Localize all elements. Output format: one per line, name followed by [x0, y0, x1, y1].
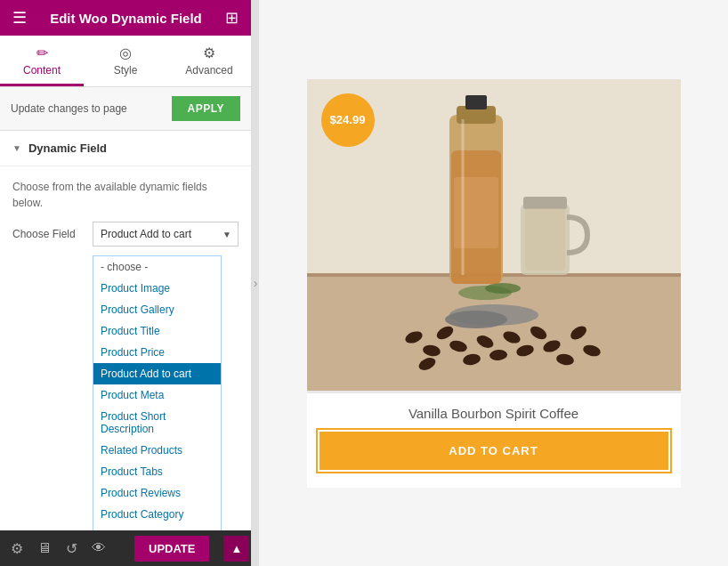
dropdown-item-product-reviews[interactable]: Product Reviews	[93, 482, 221, 504]
dropdown-item-related-products[interactable]: Related Products	[93, 440, 221, 461]
dropdown-item-product-meta[interactable]: Product Meta	[93, 384, 221, 406]
apply-bar: Update changes to page APPLY	[0, 87, 251, 131]
apply-bar-label: Update changes to page	[11, 102, 127, 115]
panel-header: ☰ Edit Woo Dynamic Field ⊞	[0, 0, 251, 36]
add-to-cart-wrap: ADD TO CART	[316, 428, 672, 473]
dynamic-field-header[interactable]: ▼ Dynamic Field	[0, 131, 251, 166]
monitor-icon-button[interactable]: 🖥	[37, 540, 52, 556]
choose-field-label: Choose Field	[12, 228, 93, 240]
dynamic-field-body: Choose from the available dynamic fields…	[0, 166, 251, 530]
hamburger-icon[interactable]: ☰	[12, 8, 27, 28]
grid-icon[interactable]: ⊞	[225, 8, 239, 28]
dynamic-field-title: Dynamic Field	[28, 142, 107, 155]
field-select-wrap: Product Add to cart	[93, 222, 239, 247]
advanced-tab-label: Advanced	[185, 64, 232, 77]
svg-rect-5	[465, 95, 487, 109]
dropdown-list: - choose - Product Image Product Gallery…	[93, 255, 222, 530]
style-tab-label: Style	[114, 64, 138, 77]
content-tab-icon: ✏	[36, 44, 48, 61]
resize-handle[interactable]	[252, 0, 259, 566]
panel-title: Edit Woo Dynamic Field	[50, 11, 202, 26]
panel-content: ▼ Dynamic Field Choose from the availabl…	[0, 131, 251, 530]
add-to-cart-button[interactable]: ADD TO CART	[320, 432, 668, 470]
tab-advanced[interactable]: ⚙ Advanced	[167, 36, 251, 86]
svg-rect-11	[525, 208, 565, 271]
svg-point-30	[485, 283, 521, 294]
content-tab-label: Content	[23, 64, 61, 77]
eye-icon-button[interactable]: 👁	[92, 540, 106, 556]
dropdown-item-product-short-desc[interactable]: Product Short Description	[93, 406, 221, 440]
svg-point-13	[445, 311, 507, 328]
right-panel: $24.99	[259, 0, 728, 566]
dropdown-item-product-category[interactable]: Product Category	[93, 504, 221, 525]
settings-icon-button[interactable]: ⚙	[11, 540, 23, 557]
update-arrow-button[interactable]: ▲	[223, 536, 249, 562]
left-panel: ☰ Edit Woo Dynamic Field ⊞ ✏ Content ◎ S…	[0, 0, 252, 566]
dynamic-field-chevron: ▼	[12, 143, 21, 153]
tab-content[interactable]: ✏ Content	[0, 36, 84, 86]
dropdown-item-product-add-to-cart[interactable]: Product Add to cart	[93, 363, 221, 384]
bottom-bar: ⚙ 🖥 ↺ 👁 UPDATE ▲	[0, 530, 251, 566]
svg-rect-7	[451, 150, 501, 284]
dropdown-item-choose[interactable]: - choose -	[93, 256, 221, 278]
product-title: Vanilla Bourbon Spirit Coffee	[307, 393, 681, 428]
dynamic-field-section: ▼ Dynamic Field Choose from the availabl…	[0, 131, 251, 530]
style-tab-icon: ◎	[119, 44, 132, 61]
product-image-wrap: $24.99	[307, 79, 681, 393]
tabs-bar: ✏ Content ◎ Style ⚙ Advanced	[0, 36, 251, 87]
apply-button[interactable]: APPLY	[172, 96, 240, 121]
choose-field-row: Choose Field Product Add to cart	[12, 222, 239, 247]
dropdown-item-product-title[interactable]: Product Title	[93, 320, 221, 342]
update-button[interactable]: UPDATE	[134, 536, 209, 562]
history-icon-button[interactable]: ↺	[66, 540, 77, 557]
dropdown-item-product-image[interactable]: Product Image	[93, 278, 221, 299]
dropdown-item-product-gallery[interactable]: Product Gallery	[93, 299, 221, 320]
dropdown-item-page-title[interactable]: Page Title	[93, 525, 221, 530]
dropdown-item-product-tabs[interactable]: Product Tabs	[93, 461, 221, 482]
dropdown-item-product-price[interactable]: Product Price	[93, 342, 221, 363]
field-select[interactable]: Product Add to cart	[93, 222, 239, 247]
price-badge: $24.99	[321, 93, 375, 147]
dynamic-field-desc: Choose from the available dynamic fields…	[12, 179, 239, 211]
advanced-tab-icon: ⚙	[203, 44, 215, 61]
tab-style[interactable]: ◎ Style	[84, 36, 167, 86]
product-card: $24.99	[307, 79, 681, 488]
svg-rect-10	[523, 197, 567, 209]
